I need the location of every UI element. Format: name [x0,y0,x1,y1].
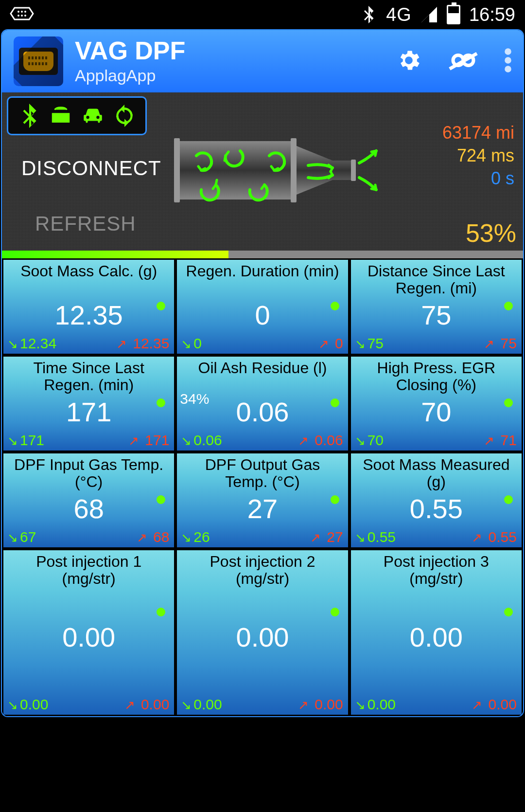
data-tile[interactable]: Oil Ash Residue (l)34%0.06↘0.06↗ 0.06 [175,355,349,452]
tile-max: ↗ 0.55 [472,529,517,545]
svg-rect-10 [53,114,69,122]
tile-max: ↗ 75 [484,335,517,352]
tile-value: 0.00 [177,621,348,653]
svg-point-8 [505,57,511,64]
sync-status-icon [112,104,137,128]
svg-point-3 [18,15,19,17]
connection-status-box[interactable] [7,96,147,135]
settings-icon[interactable] [396,47,422,75]
app-title: VAG DPF [75,38,384,63]
tile-label: Post injection 3 (mg/str) [351,550,522,587]
obd-status-icon [49,104,73,128]
tile-min: ↘171 [7,432,44,449]
network-label: 4G [386,4,412,25]
svg-rect-13 [291,138,297,202]
tile-label: Regen. Duration (min) [177,260,348,280]
tile-max: ↗ 27 [310,529,343,545]
tile-label: Post injection 2 (mg/str) [177,550,348,587]
tile-value: 0.06 [177,396,348,428]
tile-min: ↘0.06 [181,432,222,449]
tile-label: Time Since Last Regen. (min) [3,357,174,394]
tile-value: 171 [3,396,174,428]
more-icon[interactable] [505,47,511,75]
data-tile[interactable]: DPF Output Gas Temp. (°C)27↘26↗ 27 [175,452,349,549]
tile-max: ↗ 0 [318,335,343,352]
svg-rect-14 [351,160,356,181]
data-tile[interactable]: Time Since Last Regen. (min)171↘171↗ 171 [2,355,175,452]
tile-max: ↗ 0.06 [298,432,343,449]
infinity-off-icon[interactable] [446,47,480,75]
data-tile[interactable]: Post injection 2 (mg/str)0.00↘0.00↗ 0.00 [175,549,349,716]
tile-value: 0.00 [3,621,174,653]
status-dot-icon [504,608,513,616]
status-dot-icon [331,608,339,616]
tile-value: 70 [351,396,522,428]
data-tile[interactable]: Soot Mass Measured (g)0.55↘0.55↗ 0.55 [350,452,523,549]
tile-min: ↘0.00 [181,696,222,713]
dpf-status-panel: DISCONNECT REFRESH 63 [2,92,523,251]
svg-point-4 [21,15,23,17]
svg-point-0 [18,11,19,13]
disconnect-button[interactable]: DISCONNECT [21,157,161,180]
signal-icon [420,6,438,23]
timer-value: 0 s [442,167,514,190]
tile-max: ↗ 71 [484,432,517,449]
tile-label: Post injection 1 (mg/str) [3,550,174,587]
car-status-icon [81,104,105,128]
tile-min: ↘12.34 [7,335,56,352]
tile-label: Soot Mass Calc. (g) [3,260,174,280]
svg-point-5 [24,15,26,17]
tile-value: 0.00 [351,621,522,653]
refresh-button[interactable]: REFRESH [35,212,136,235]
status-dot-icon [157,608,165,616]
app-header: VAG DPF ApplagApp [2,30,523,92]
tile-value: 0.55 [351,493,522,524]
svg-point-2 [24,11,26,13]
soot-percent: 53% [466,218,516,248]
tile-min: ↘26 [181,529,210,545]
soot-progress-fill [2,251,228,258]
svg-rect-12 [174,138,180,202]
tile-value: 12.35 [3,299,174,331]
tile-label: Distance Since Last Regen. (mi) [351,260,522,297]
data-tile[interactable]: Post injection 1 (mg/str)0.00↘0.00↗ 0.00 [2,549,175,716]
data-tile[interactable]: High Press. EGR Closing (%)70↘70↗ 71 [350,355,523,452]
data-tile[interactable]: Regen. Duration (min)0↘0↗ 0 [175,258,349,355]
notification-icon [10,5,34,22]
tile-min: ↘70 [355,432,384,449]
tile-max: ↗ 171 [128,432,169,449]
tile-min: ↘0 [181,335,202,352]
app-icon [14,36,63,86]
tile-max: ↗ 12.35 [116,335,169,352]
android-status-bar: 4G 16:59 [0,0,525,29]
data-tile[interactable]: Distance Since Last Regen. (mi)75↘75↗ 75 [350,258,523,355]
tile-min: ↘0.00 [7,696,48,713]
data-tile[interactable]: Post injection 3 (mg/str)0.00↘0.00↗ 0.00 [350,549,523,716]
tile-value: 0 [177,299,348,331]
tile-label: Oil Ash Residue (l) [177,357,348,377]
svg-point-9 [505,66,511,72]
tile-label: DPF Input Gas Temp. (°C) [3,453,174,490]
tile-label: DPF Output Gas Temp. (°C) [177,453,348,490]
tile-min: ↘67 [7,529,36,545]
dpf-flow-graphic [167,131,381,209]
tile-max: ↗ 0.00 [298,696,343,713]
tile-min: ↘75 [355,335,384,352]
soot-progress-bar [2,251,523,258]
tile-label: High Press. EGR Closing (%) [351,357,522,394]
svg-point-7 [505,48,511,55]
tile-label: Soot Mass Measured (g) [351,453,522,490]
app-subtitle: ApplagApp [75,66,384,85]
tile-value: 68 [3,493,174,524]
data-tile[interactable]: DPF Input Gas Temp. (°C)68↘67↗ 68 [2,452,175,549]
tile-max: ↗ 0.00 [124,696,170,713]
svg-point-1 [21,11,23,13]
clock: 16:59 [469,4,515,25]
latency-value: 724 ms [442,144,514,167]
battery-icon [447,5,460,24]
bluetooth-icon [360,6,377,23]
tile-min: ↘0.00 [355,696,396,713]
data-tile[interactable]: Soot Mass Calc. (g)12.35↘12.34↗ 12.35 [2,258,175,355]
tile-max: ↗ 0.00 [472,696,517,713]
bt-status-icon [17,104,41,128]
